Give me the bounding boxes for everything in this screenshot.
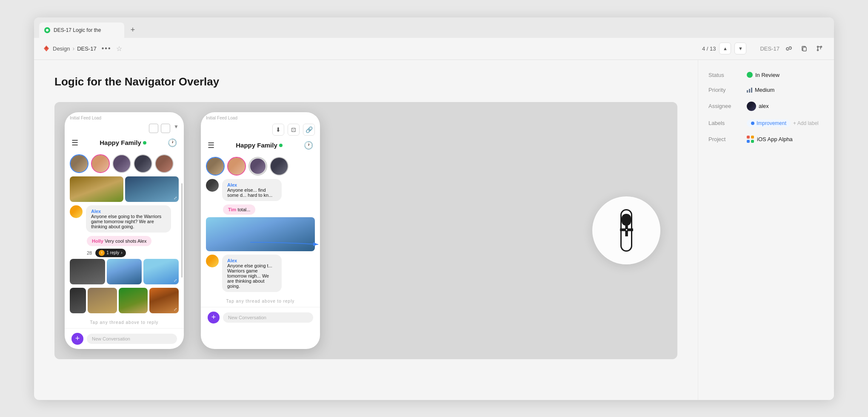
- image-thumb-r-1: [206, 217, 315, 251]
- new-conv-input-left[interactable]: New Conversation: [87, 334, 177, 344]
- copy-action-button[interactable]: [798, 43, 810, 54]
- breadcrumb: Design › DES-17: [43, 45, 97, 52]
- tap-to-reply-left: Tap any thread above to reply: [65, 317, 184, 328]
- images-row-3-left: ⤢: [65, 288, 184, 313]
- status-text[interactable]: In Review: [755, 72, 779, 78]
- link-action-button[interactable]: [783, 43, 795, 54]
- copy-icon: [801, 45, 808, 52]
- story-r-3: [248, 157, 267, 176]
- group-name-right: Happy Family: [236, 142, 283, 149]
- link-btn[interactable]: 🔗: [303, 124, 315, 136]
- branch-icon: [816, 45, 823, 52]
- pagination-up-button[interactable]: ▲: [719, 43, 731, 54]
- svg-rect-0: [803, 47, 806, 51]
- icon-sq-2: [751, 136, 754, 139]
- project-name[interactable]: iOS App Alpha: [757, 136, 793, 142]
- images-row-1-left: ⤢: [65, 176, 184, 202]
- image-thumb-7: [88, 288, 117, 313]
- clock-icon-right: 🕐: [304, 141, 313, 150]
- message-1-left: Alex Anyone else going to the Warriors g…: [65, 205, 184, 233]
- image-thumb-9: ⤢: [149, 288, 179, 313]
- assignee-row: Assignee alex: [708, 102, 824, 111]
- images-row-2-left: ⤢: [65, 259, 184, 284]
- bar-1: [747, 90, 748, 93]
- icon-sq-1: [747, 136, 750, 139]
- breadcrumb-app[interactable]: Design: [53, 45, 70, 52]
- sender-alex-r: Alex: [227, 182, 277, 187]
- clock-icon-left: 🕐: [168, 138, 177, 148]
- pagination-down-button[interactable]: ▼: [734, 43, 746, 54]
- branch-action-button[interactable]: [814, 43, 825, 54]
- icon-sq-4: [751, 140, 754, 143]
- assignee-value: alex: [747, 102, 769, 111]
- priority-text[interactable]: Medium: [755, 87, 774, 93]
- add-label-button[interactable]: + Add label: [793, 120, 819, 126]
- drag-handle-container: ✛: [620, 209, 632, 252]
- labels-label: Labels: [708, 120, 747, 126]
- pagination-count: 4 / 13: [702, 45, 716, 52]
- story-r-1: [206, 157, 225, 176]
- project-label: Project: [708, 136, 747, 142]
- priority-icon: [747, 87, 752, 93]
- image-thumb-1: [70, 176, 123, 202]
- issue-id-label: DES-17: [760, 45, 779, 52]
- control-btn-2: [161, 124, 170, 133]
- phone-header-right: ☰ Happy Family 🕐: [201, 137, 320, 153]
- project-value: iOS App Alpha: [747, 136, 793, 143]
- reply-badge-left: ! 1 reply ›: [95, 249, 126, 257]
- page-title: Logic for the Navigator Overlay: [54, 75, 677, 88]
- right-phone-label: Initial Feed Load: [201, 112, 320, 122]
- status-label: Status: [708, 72, 747, 78]
- story-r-4: [270, 157, 288, 176]
- label-badge[interactable]: Improvement: [747, 119, 791, 127]
- project-row: Project iOS App Alpha: [708, 136, 824, 143]
- message-1-right: Alex Anyone else... find some d... hard …: [201, 179, 320, 201]
- tab-bar: DES-17 Logic for the +: [34, 17, 834, 38]
- input-placeholder-right: New Conversation: [228, 315, 266, 320]
- bar-3: [751, 88, 752, 93]
- menu-icon-left: ☰: [71, 138, 78, 148]
- priority-row: Priority Medium: [708, 87, 824, 93]
- assignee-name[interactable]: alex: [759, 103, 769, 109]
- breadcrumb-issue[interactable]: DES-17: [77, 45, 97, 52]
- alex-msg-r2: Anyone else going t... Warriors game tom…: [227, 263, 277, 289]
- tab-title: DES-17 Logic for the: [54, 27, 101, 33]
- phone-action-btns: ⬇ ⊡ 🔗: [201, 122, 320, 137]
- drag-cursor-overlay: ✛: [592, 196, 660, 264]
- assignee-label: Assignee: [708, 103, 747, 109]
- holly-message-left: Holly Very cool shots Alex: [65, 236, 184, 249]
- priority-value: Medium: [747, 87, 774, 93]
- story-2: [91, 154, 110, 173]
- browser-tab[interactable]: DES-17 Logic for the: [39, 23, 124, 38]
- alex-bubble-left: Alex Anyone else going to the Warriors g…: [86, 205, 171, 233]
- star-button[interactable]: ☆: [116, 45, 122, 53]
- image-thumb-4: [107, 259, 142, 284]
- bar-2: [749, 89, 750, 93]
- story-1: [70, 154, 89, 173]
- holly-bubble: Holly Very cool shots Alex: [87, 236, 151, 246]
- avatar-r-1: [206, 179, 219, 192]
- priority-label: Priority: [708, 87, 747, 93]
- image-thumb-6: [70, 288, 86, 313]
- content-area: Logic for the Navigator Overlay Initial …: [34, 60, 698, 400]
- alex-sender: Alex: [91, 209, 166, 214]
- tim-message-right: Tim total...: [201, 204, 320, 217]
- story-4: [134, 154, 152, 173]
- avatar-r-2: [206, 255, 219, 267]
- group-name-left: Happy Family: [100, 139, 146, 146]
- more-options-button[interactable]: •••: [100, 43, 113, 54]
- image-thumb-3: [70, 259, 105, 284]
- new-tab-button[interactable]: +: [126, 23, 140, 37]
- image-thumb-5: ⤢: [143, 259, 179, 284]
- images-row-right: [201, 217, 320, 251]
- download-btn[interactable]: ⬇: [272, 124, 284, 136]
- duplicate-btn[interactable]: ⊡: [288, 124, 300, 136]
- reply-badge-text: 1 reply: [106, 250, 119, 255]
- plus-icon-left: +: [71, 333, 83, 345]
- new-conv-input-right[interactable]: New Conversation: [223, 312, 313, 323]
- input-placeholder-left: New Conversation: [92, 336, 130, 341]
- status-row: Status In Review: [708, 72, 824, 78]
- project-icon: [747, 136, 754, 143]
- move-cursor-icon: ✛: [619, 222, 634, 239]
- new-conversation-right: + New Conversation: [201, 307, 320, 328]
